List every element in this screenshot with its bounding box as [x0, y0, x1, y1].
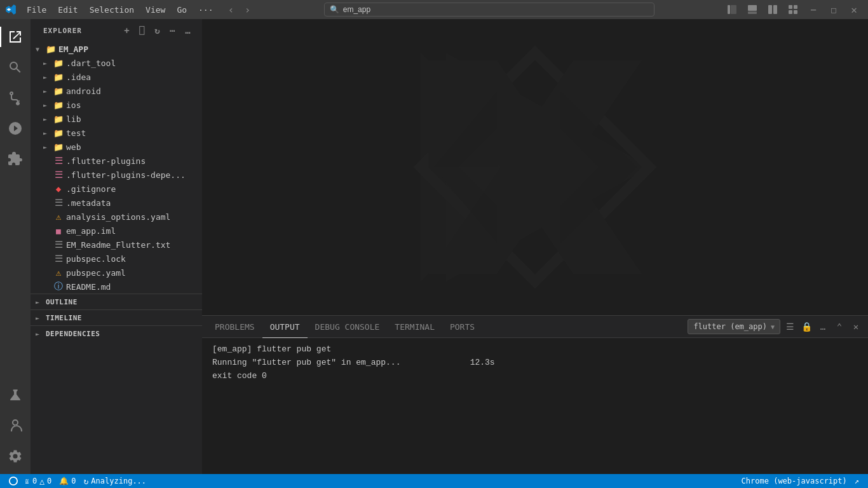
status-launch-icon[interactable]: ↗: [851, 474, 863, 488]
more-actions-button[interactable]: …: [182, 24, 194, 37]
panel-tabs: PROBLEMS OUTPUT DEBUG CONSOLE TERMINAL P…: [202, 316, 868, 338]
tab-problems[interactable]: PROBLEMS: [207, 316, 262, 338]
tree-item-readme-txt[interactable]: ► ☰ EM_Readme_Flutter.txt: [31, 238, 202, 252]
info-icon: ⓘ: [53, 281, 64, 292]
svg-rect-1: [731, 5, 736, 14]
output-list-button[interactable]: ☰: [783, 320, 797, 334]
output-source-dropdown[interactable]: flutter (em_app) ▼: [688, 319, 780, 334]
tree-root-em-app[interactable]: ▼ 📁 EM_APP: [31, 42, 202, 56]
activity-settings[interactable]: [0, 441, 31, 471]
more-panel-actions-button[interactable]: …: [816, 320, 830, 334]
tree-item-flutter-plugins[interactable]: ► ☰ .flutter-plugins: [31, 154, 202, 168]
panel-maximize-button[interactable]: ⌃: [832, 320, 846, 334]
status-language-button[interactable]: Chrome (web-javascript): [738, 474, 851, 488]
activity-account[interactable]: [0, 410, 31, 441]
chevron-icon: ►: [43, 144, 51, 151]
maximize-button[interactable]: □: [825, 3, 843, 17]
item-label: README.md: [66, 282, 111, 292]
nav-back-button[interactable]: ‹: [224, 2, 239, 17]
tree-item-lib[interactable]: ► 📁 lib: [31, 112, 202, 126]
status-remote-button[interactable]: [5, 474, 22, 488]
chevron-icon: ►: [43, 130, 51, 137]
collapse-button[interactable]: ⋯: [166, 24, 179, 37]
menu-file[interactable]: File: [22, 4, 51, 16]
timeline-chevron-icon: ►: [36, 315, 43, 322]
item-label: lib: [66, 114, 81, 124]
status-notifications-button[interactable]: 🔔 0: [55, 474, 79, 488]
menu-selection[interactable]: Selection: [85, 4, 139, 16]
tree-item-em-app-iml[interactable]: ► ■ em_app.iml: [31, 224, 202, 238]
nav-forward-button[interactable]: ›: [240, 2, 255, 17]
outline-chevron-icon: ►: [36, 299, 43, 306]
close-button[interactable]: ✕: [845, 3, 863, 17]
menu-view[interactable]: View: [140, 4, 170, 16]
activity-bottom: [0, 380, 31, 471]
tree-item-readme-md[interactable]: ► ⓘ README.md: [31, 280, 202, 294]
tab-ports[interactable]: PORTS: [442, 316, 482, 338]
folder-icon: 📁: [53, 100, 64, 110]
outline-header[interactable]: ► OUTLINE: [31, 294, 202, 309]
tree-item-web[interactable]: ► 📁 web: [31, 140, 202, 154]
close-panel-button[interactable]: ✕: [849, 320, 863, 334]
dropdown-arrow-icon: ▼: [771, 323, 775, 330]
dependencies-header[interactable]: ► DEPENDENCIES: [31, 326, 202, 341]
launch-icon: ↗: [855, 477, 859, 485]
vscode-logo-icon: [5, 4, 17, 15]
tree-item-ios[interactable]: ► 📁 ios: [31, 98, 202, 112]
tree-item-dart-tool[interactable]: ► 📁 .dart_tool: [31, 56, 202, 70]
tree-item-android[interactable]: ► 📁 android: [31, 84, 202, 98]
item-label: EM_Readme_Flutter.txt: [66, 240, 170, 250]
output-line-3: exit code 0: [212, 370, 858, 383]
status-errors-label: 0: [32, 477, 37, 485]
layout-panel-button[interactable]: [743, 3, 761, 17]
item-label: web: [66, 142, 81, 152]
item-label: ios: [66, 100, 81, 110]
activity-test[interactable]: [0, 380, 31, 410]
new-folder-button[interactable]: ⎕: [136, 24, 149, 37]
tree-item-test[interactable]: ► 📁 test: [31, 126, 202, 140]
activity-extensions[interactable]: [0, 144, 31, 174]
status-warnings-label: 0: [47, 477, 51, 485]
timeline-header[interactable]: ► TIMELINE: [31, 310, 202, 325]
tree-item-gitignore[interactable]: ► ◆ .gitignore: [31, 182, 202, 196]
tree-item-idea[interactable]: ► 📁 .idea: [31, 70, 202, 84]
editor-area[interactable]: [202, 19, 868, 315]
activity-search[interactable]: [0, 52, 31, 83]
root-label: EM_APP: [58, 44, 88, 54]
tree-item-pubspec-yaml[interactable]: ► ⚠ pubspec.yaml: [31, 266, 202, 280]
layout-split-button[interactable]: [764, 3, 782, 17]
menu-more[interactable]: ···: [193, 4, 218, 16]
minimize-button[interactable]: −: [804, 3, 822, 17]
status-analyzing-button[interactable]: ↻ Analyzing...: [80, 474, 151, 488]
svg-rect-5: [773, 5, 777, 14]
warning-icon: ⚠: [53, 212, 64, 222]
status-bar: ⩰ 0 △ 0 🔔 0 ↻ Analyzing... Chrome (web-j…: [0, 474, 868, 488]
lock-output-button[interactable]: 🔒: [799, 320, 813, 334]
item-label: .gitignore: [66, 184, 116, 194]
folder-icon: 📁: [53, 114, 64, 124]
tree-item-metadata[interactable]: ► ☰ .metadata: [31, 196, 202, 210]
activity-explorer[interactable]: [0, 22, 31, 52]
tab-debug-console[interactable]: DEBUG CONSOLE: [308, 316, 388, 338]
tree-item-analysis-options[interactable]: ► ⚠ analysis_options.yaml: [31, 210, 202, 224]
tree-item-pubspec-lock[interactable]: ► ☰ pubspec.lock: [31, 252, 202, 266]
nav-arrows: ‹ ›: [224, 2, 255, 17]
activity-source-control[interactable]: [0, 83, 31, 113]
tree-item-flutter-plugins-dep[interactable]: ► ☰ .flutter-plugins-depe...: [31, 168, 202, 182]
refresh-button[interactable]: ↻: [151, 24, 164, 37]
vscode-watermark-icon: [408, 40, 662, 294]
warning-icon: △: [39, 477, 44, 486]
menu-edit[interactable]: Edit: [53, 4, 83, 16]
tab-terminal[interactable]: TERMINAL: [387, 316, 442, 338]
search-box[interactable]: 🔍: [324, 3, 654, 17]
activity-run-debug[interactable]: [0, 113, 31, 144]
customize-layout-button[interactable]: [784, 3, 802, 17]
chevron-icon: ►: [43, 74, 51, 81]
tab-output[interactable]: OUTPUT: [262, 316, 308, 338]
content-area: PROBLEMS OUTPUT DEBUG CONSOLE TERMINAL P…: [202, 19, 868, 474]
menu-go[interactable]: Go: [172, 4, 192, 16]
layout-sidebar-button[interactable]: [723, 3, 741, 17]
new-file-button[interactable]: +: [121, 24, 133, 37]
status-errors-button[interactable]: ⩰ 0 △ 0: [22, 474, 55, 488]
search-input[interactable]: [343, 5, 649, 14]
